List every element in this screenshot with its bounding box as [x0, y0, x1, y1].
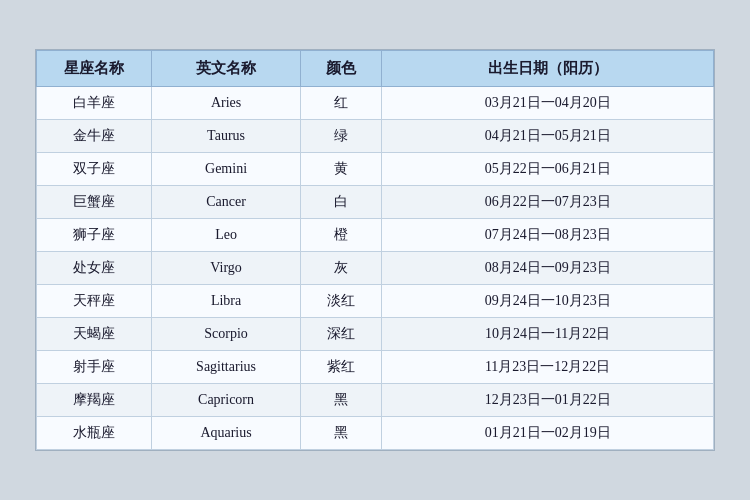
cell-chinese: 巨蟹座	[37, 186, 152, 219]
cell-color: 深红	[301, 318, 382, 351]
cell-color: 紫红	[301, 351, 382, 384]
cell-english: Aquarius	[152, 417, 301, 450]
table-row: 射手座Sagittarius紫红11月23日一12月22日	[37, 351, 714, 384]
table-row: 金牛座Taurus绿04月21日一05月21日	[37, 120, 714, 153]
cell-chinese: 白羊座	[37, 87, 152, 120]
cell-english: Leo	[152, 219, 301, 252]
zodiac-table-container: 星座名称 英文名称 颜色 出生日期（阳历） 白羊座Aries红03月21日一04…	[35, 49, 715, 451]
table-row: 狮子座Leo橙07月24日一08月23日	[37, 219, 714, 252]
table-row: 天蝎座Scorpio深红10月24日一11月22日	[37, 318, 714, 351]
cell-color: 淡红	[301, 285, 382, 318]
cell-color: 白	[301, 186, 382, 219]
header-chinese: 星座名称	[37, 51, 152, 87]
cell-chinese: 狮子座	[37, 219, 152, 252]
cell-date: 12月23日一01月22日	[382, 384, 714, 417]
cell-date: 08月24日一09月23日	[382, 252, 714, 285]
cell-chinese: 摩羯座	[37, 384, 152, 417]
cell-english: Aries	[152, 87, 301, 120]
cell-english: Capricorn	[152, 384, 301, 417]
cell-date: 11月23日一12月22日	[382, 351, 714, 384]
table-row: 处女座Virgo灰08月24日一09月23日	[37, 252, 714, 285]
cell-chinese: 水瓶座	[37, 417, 152, 450]
cell-english: Cancer	[152, 186, 301, 219]
table-row: 双子座Gemini黄05月22日一06月21日	[37, 153, 714, 186]
cell-date: 05月22日一06月21日	[382, 153, 714, 186]
cell-date: 01月21日一02月19日	[382, 417, 714, 450]
cell-color: 黄	[301, 153, 382, 186]
cell-color: 橙	[301, 219, 382, 252]
cell-english: Libra	[152, 285, 301, 318]
cell-english: Gemini	[152, 153, 301, 186]
cell-chinese: 金牛座	[37, 120, 152, 153]
table-row: 水瓶座Aquarius黑01月21日一02月19日	[37, 417, 714, 450]
cell-chinese: 天秤座	[37, 285, 152, 318]
cell-chinese: 处女座	[37, 252, 152, 285]
cell-color: 黑	[301, 384, 382, 417]
cell-chinese: 天蝎座	[37, 318, 152, 351]
table-header-row: 星座名称 英文名称 颜色 出生日期（阳历）	[37, 51, 714, 87]
cell-english: Taurus	[152, 120, 301, 153]
cell-date: 03月21日一04月20日	[382, 87, 714, 120]
header-date: 出生日期（阳历）	[382, 51, 714, 87]
cell-color: 绿	[301, 120, 382, 153]
cell-chinese: 射手座	[37, 351, 152, 384]
cell-date: 06月22日一07月23日	[382, 186, 714, 219]
cell-color: 红	[301, 87, 382, 120]
table-row: 摩羯座Capricorn黑12月23日一01月22日	[37, 384, 714, 417]
cell-english: Scorpio	[152, 318, 301, 351]
cell-english: Sagittarius	[152, 351, 301, 384]
header-english: 英文名称	[152, 51, 301, 87]
table-row: 白羊座Aries红03月21日一04月20日	[37, 87, 714, 120]
cell-date: 04月21日一05月21日	[382, 120, 714, 153]
cell-date: 10月24日一11月22日	[382, 318, 714, 351]
cell-color: 黑	[301, 417, 382, 450]
header-color: 颜色	[301, 51, 382, 87]
cell-date: 09月24日一10月23日	[382, 285, 714, 318]
cell-color: 灰	[301, 252, 382, 285]
cell-date: 07月24日一08月23日	[382, 219, 714, 252]
cell-english: Virgo	[152, 252, 301, 285]
table-row: 天秤座Libra淡红09月24日一10月23日	[37, 285, 714, 318]
table-body: 白羊座Aries红03月21日一04月20日金牛座Taurus绿04月21日一0…	[37, 87, 714, 450]
zodiac-table: 星座名称 英文名称 颜色 出生日期（阳历） 白羊座Aries红03月21日一04…	[36, 50, 714, 450]
table-row: 巨蟹座Cancer白06月22日一07月23日	[37, 186, 714, 219]
cell-chinese: 双子座	[37, 153, 152, 186]
